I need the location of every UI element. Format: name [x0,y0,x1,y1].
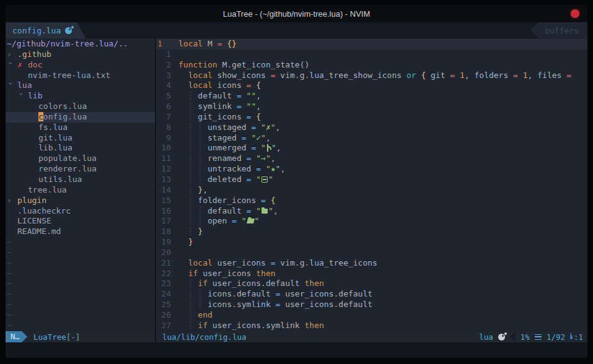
code-line-27[interactable]: 26 ┆ end [156,310,587,321]
line-position: 1/92 [547,332,565,342]
tree-item-plugin[interactable]: ›plugin [6,196,155,206]
code-line-17[interactable]: 16 ┆ ┆ default = "", [156,206,587,217]
code-line-4[interactable]: 3 local show_icons = vim.g.lua_tree_show… [156,71,587,81]
chevron-right-icon[interactable]: › [7,50,17,60]
code-line-22[interactable]: 21 local user_icons = vim.g.lua_tree_ico… [156,258,587,269]
tree-item-config-lua[interactable]: config.lua [6,112,155,123]
code-text: } [178,237,587,248]
tilde-label: ~ [7,321,12,331]
tree-item-lib-lua[interactable]: lib.lua [6,143,155,154]
code-text: local M = {} [178,39,587,50]
tree-item-luacheckrc[interactable]: .luacheckrc [6,206,155,217]
line-number: 3 [156,71,171,81]
line-number: 15 [156,196,171,206]
tree-item-label: fs.lua [38,123,68,133]
tree-item-populate-lua[interactable]: populate.lua [6,154,155,164]
code-line-3[interactable]: 2function M.get_icon_state() [156,60,587,71]
window-name: LuaTree[-] [33,332,80,342]
tree-item-label: doc [28,60,42,71]
code-line-16[interactable]: 15 ┆ folder_icons = { [156,196,587,206]
code-line-9[interactable]: 8 ┆ ┆ unstaged = "✗", [156,123,587,133]
code-line-2[interactable]: 1 [156,50,587,60]
scroll-percent: 1% [521,332,530,342]
tree-item-label: populate.lua [38,154,97,164]
tree-item-license[interactable]: LICENSE [6,216,155,227]
tree-item-fs-lua[interactable]: fs.lua [6,123,155,133]
tree-item-nvim-tree-lua-txt[interactable]: nvim-tree-lua.txt [6,71,155,81]
code-line-8[interactable]: 7 ┆ git_icons = { [156,112,587,123]
tree-filler-tilde: ~ [6,300,155,310]
tabline: config.lua buffers [6,22,587,38]
tree-filler-tilde: ~ [6,237,155,248]
tree-item-label: lib.lua [38,143,72,154]
code-line-6[interactable]: 5 ┆ default = "", [156,91,587,102]
buffers-segment[interactable]: buffers [530,22,587,38]
code-text: ┆ end [178,310,587,321]
tilde-label: ~ [7,279,12,289]
code-text [178,248,587,258]
line-number: 6 [156,102,171,112]
tree-item-tree-lua[interactable]: tree.lua [6,185,155,196]
line-number: 26 [156,310,171,321]
tree-item-label: .github [17,50,51,60]
tree-item-label: lib [28,91,42,102]
mode-indicator: N… [6,331,27,342]
code-line-15[interactable]: 14 ┆ }, [156,185,587,196]
window: LuaTree - (~/github/nvim-tree.lua) - NVI… [0,0,593,364]
chevron-down-icon[interactable]: › [6,81,15,92]
chevron-down-icon[interactable]: › [15,92,26,102]
code-text: ┆ ┆ deleted = "" [178,175,587,185]
code-line-20[interactable]: 19 } [156,237,587,248]
close-icon[interactable] [571,9,579,18]
code-line-10[interactable]: 9 ┆ ┆ staged = "✓", [156,133,587,144]
code-line-1[interactable]: 1local M = {} [156,39,587,50]
tree-item-renderer-lua[interactable]: renderer.lua [6,164,155,175]
tree-filler-tilde: ~ [6,269,155,279]
code-text: ┆ if user_icons.default then [178,279,587,289]
code-text: ┆ ┆ untracked = "★", [178,164,587,175]
chevron-down-icon[interactable]: › [6,61,15,71]
tree-item-label: config.lua [38,112,87,123]
code-line-23[interactable]: 22 if user_icons then [156,269,587,279]
tab-config-lua[interactable]: config.lua [6,22,86,38]
tree-item-github-nvim-tree-lua[interactable]: ~/github/nvim-tree.lua/.. [6,39,155,50]
code-line-18[interactable]: 17 ┆ ┆ open = "" [156,216,587,227]
tree-item-colors-lua[interactable]: colors.lua [6,102,155,112]
line-number: 11 [156,154,171,164]
code-text: ┆ ┆ open = "" [178,216,587,227]
tree-item-doc[interactable]: ›✗doc [6,60,155,71]
tree-item-label: utils.lua [38,175,82,185]
tree-item-lib[interactable]: ›lib [6,91,155,102]
line-number: 21 [156,258,171,269]
code-text: local user_icons = vim.g.lua_tree_icons [178,258,587,269]
code-line-11[interactable]: 10 ┆ ┆ unmerged = "", [156,143,587,154]
tree-item-readme-md[interactable]: README.md [6,227,155,237]
tree-item-lua[interactable]: ›lua [6,80,155,91]
code-line-26[interactable]: 25 ┆ ┆ icons.symlink = user_icons.defaul… [156,300,587,310]
code-line-14[interactable]: 13 ┆ ┆ deleted = "" [156,175,587,185]
code-text: ┆ folder_icons = { [178,196,587,206]
line-number: 14 [156,185,171,196]
editor: 1local M = {}12function M.get_icon_state… [156,38,587,331]
code-line-21[interactable]: 20 [156,248,587,258]
line-number: 10 [156,143,171,154]
tree-item-utils-lua[interactable]: utils.lua [6,175,155,185]
code-line-28[interactable]: 27 ┆ if user_icons.symlink then [156,321,587,331]
line-number-icon [570,334,573,340]
code-line-25[interactable]: 24 ┆ ┆ icons.default = user_icons.defaul… [156,289,587,300]
code-text: local icons = { [178,80,587,91]
code-line-12[interactable]: 11 ┆ ┆ renamed = "→", [156,154,587,164]
command-line[interactable] [6,342,587,358]
code-line-13[interactable]: 12 ┆ ┆ untracked = "★", [156,164,587,175]
chevron-right-icon[interactable]: › [7,196,17,206]
line-number: 13 [156,175,171,185]
tree-item-github[interactable]: ›.github [6,50,155,60]
tree-item-git-lua[interactable]: git.lua [6,133,155,144]
code-line-7[interactable]: 6 ┆ symlink = "", [156,102,587,112]
tilde-label: ~ [7,289,12,300]
code-line-19[interactable]: 18 ┆ } [156,227,587,237]
titlebar[interactable]: LuaTree - (~/github/nvim-tree.lua) - NVI… [6,5,587,22]
code-line-5[interactable]: 4 local icons = { [156,80,587,91]
code-line-24[interactable]: 23 ┆ if user_icons.default then [156,279,587,289]
code-text: ┆ default = "", [178,91,587,102]
